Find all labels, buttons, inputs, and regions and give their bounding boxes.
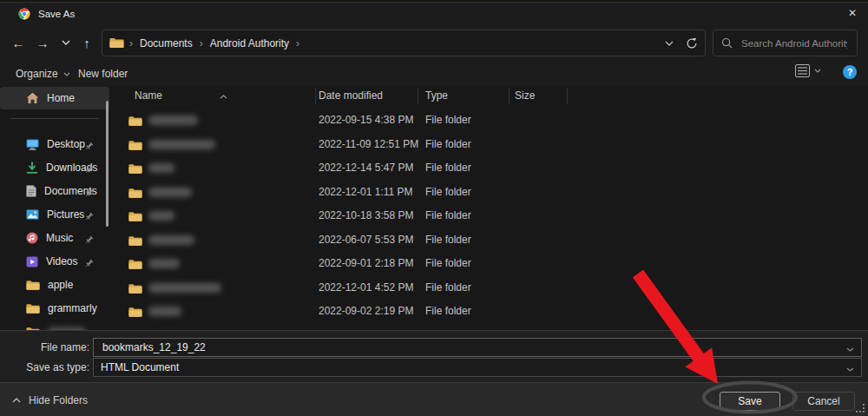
sidebar-item-label: Music [46,232,73,244]
table-row[interactable]: 2022-09-01 2:18 PM File folder [122,252,868,275]
table-row[interactable]: 2022-12-01 1:11 PM File folder [122,181,868,204]
folder-icon [26,303,40,314]
column-header-name[interactable]: Name [135,89,162,102]
column-divider[interactable] [509,88,510,104]
home-icon [26,92,39,104]
videos-icon [26,256,38,267]
refresh-icon[interactable] [686,37,698,50]
row-date-modified: 2022-09-01 2:18 PM [319,257,413,269]
chevron-up-icon [12,398,21,403]
sidebar-item-label: Desktop [47,138,85,150]
sidebar-item-label: apple [48,279,73,291]
folder-icon [128,234,142,250]
main-content: Home Desktop Downloads Documents Picture… [0,87,868,330]
chevron-down-icon [814,69,821,73]
row-type: File folder [425,114,471,126]
row-date-modified: 2022-06-07 5:53 PM [319,234,413,246]
hide-folders-button[interactable]: Hide Folders [12,394,88,406]
row-type: File folder [425,305,471,317]
cancel-button[interactable]: Cancel [792,392,855,411]
table-row[interactable]: 2022-12-14 5:47 PM File folder [122,156,868,180]
close-icon[interactable]: ✕ [845,5,860,21]
sidebar-item-apple[interactable]: apple [0,274,109,296]
row-date-modified: 2022-11-09 12:51 PM [319,138,418,150]
location-folder-icon [109,37,124,49]
pictures-icon [26,209,39,220]
column-divider[interactable] [567,88,568,104]
table-row[interactable]: 2022-06-07 5:53 PM File folder [122,228,868,252]
chevron-down-icon[interactable] [846,340,854,355]
column-header-size[interactable]: Size [515,89,535,102]
save-as-type-value: HTML Document [101,361,179,373]
column-divider[interactable] [418,88,418,104]
file-name-input[interactable] [101,340,846,354]
breadcrumb: ›Documents›Android Authority› [126,36,303,51]
row-type: File folder [425,281,471,294]
bottom-bar: Hide Folders Save Cancel [0,382,868,416]
sidebar-item-videos[interactable]: Videos [0,250,109,273]
sidebar-item-downloads[interactable]: Downloads [0,156,109,179]
redacted-file-name [148,140,215,149]
folder-icon [128,282,142,298]
sidebar-item-label: Videos [46,255,77,267]
address-dropdown-chevron-icon[interactable] [665,41,674,46]
sidebar-item-desktop[interactable]: Desktop [0,133,109,155]
sidebar-item-documents[interactable]: Documents [0,180,109,202]
help-icon[interactable]: ? [843,65,857,79]
pin-icon [84,233,94,248]
row-date-modified: 2022-09-02 2:19 PM [319,305,413,317]
sidebar-scrollbar[interactable] [106,101,108,227]
search-input[interactable] [740,37,849,50]
title-bar: Save As ✕ [0,3,868,24]
window-title: Save As [38,9,75,19]
breadcrumb-separator: › [126,37,136,50]
sidebar-item-label: Home [47,92,75,104]
save-as-type-select[interactable]: HTML Document [93,358,862,377]
downloads-icon [26,162,38,174]
column-divider[interactable] [315,88,316,104]
filename-panel: File name: Save as type: HTML Document [0,330,868,382]
table-row[interactable]: 2022-11-09 12:51 PM File folder [122,133,868,156]
chrome-logo-icon [18,8,30,20]
resize-grip[interactable] [856,401,865,416]
row-date-modified: 2022-10-18 3:58 PM [319,209,413,221]
up-icon[interactable]: ↑ [76,31,98,54]
organize-button[interactable]: Organize [16,61,70,87]
sidebar-item-redacted[interactable] [0,320,109,330]
row-type: File folder [425,209,471,221]
table-row[interactable]: 2022-09-02 2:19 PM File folder [122,300,868,323]
chevron-down-icon[interactable] [846,360,854,375]
change-view-button[interactable] [795,64,821,77]
chevron-down-icon [63,72,70,76]
folder-icon [26,280,40,291]
sidebar-item-grammarly[interactable]: grammarly [0,297,109,320]
back-icon[interactable]: ← [7,31,30,54]
table-row[interactable]: 2022-09-15 4:38 PM File folder [122,109,868,132]
new-folder-button[interactable]: New folder [78,61,128,87]
redacted-file-name [148,163,174,173]
sidebar-item-home[interactable]: Home [0,87,109,109]
breadcrumb-item[interactable]: Android Authority [207,36,293,51]
pin-icon [84,139,94,155]
sidebar-divider [10,118,99,119]
redacted-file-name [148,307,181,316]
forward-icon[interactable]: → [31,31,54,54]
column-header-date-modified[interactable]: Date modified [319,89,383,102]
sidebar-item-pictures[interactable]: Pictures [0,203,109,226]
folder-icon [128,139,142,155]
file-name-field[interactable] [93,338,862,357]
save-button[interactable]: Save [720,392,780,411]
breadcrumb-item[interactable]: Documents [136,36,196,51]
column-header-type[interactable]: Type [425,89,448,102]
row-type: File folder [425,186,471,198]
recent-locations-chevron-icon[interactable] [55,31,77,54]
search-box[interactable] [713,30,858,56]
address-bar[interactable]: ›Documents›Android Authority› [102,30,706,56]
save-as-type-label: Save as type: [3,361,89,373]
row-date-modified: 2022-12-01 4:52 PM [319,281,413,294]
pin-icon [84,209,94,225]
sidebar-item-music[interactable]: Music [0,227,109,249]
breadcrumb-separator: › [196,37,207,50]
table-row[interactable]: 2022-12-01 4:52 PM File folder [122,276,868,300]
table-row[interactable]: 2022-10-18 3:58 PM File folder [122,204,868,228]
